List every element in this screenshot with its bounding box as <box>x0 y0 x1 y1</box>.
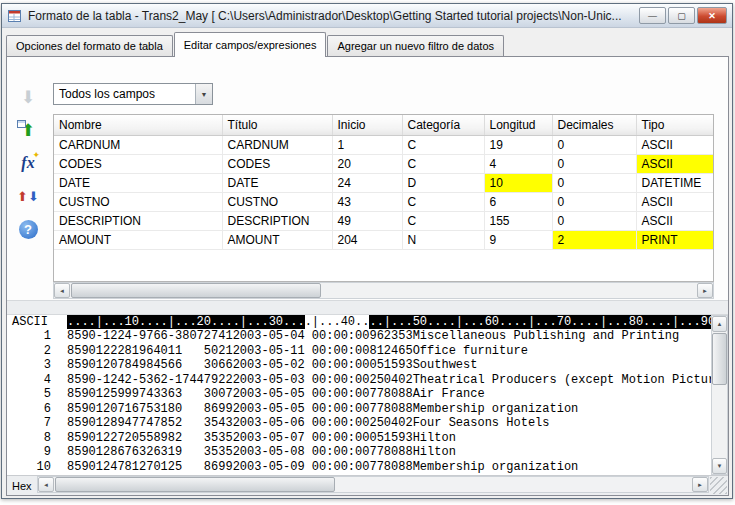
cell-t-tulo[interactable]: CARDNUM <box>222 135 332 154</box>
splitter[interactable] <box>7 300 728 315</box>
cell-tipo[interactable]: ASCII <box>636 154 713 173</box>
reorder-fields-button[interactable]: ⬆⬇ <box>14 182 42 210</box>
cell-longitud[interactable]: 9 <box>484 230 552 249</box>
column-header-nombre[interactable]: Nombre <box>54 115 222 135</box>
cell-categor-a[interactable]: C <box>402 192 484 211</box>
cell-longitud[interactable]: 6 <box>484 192 552 211</box>
v-scroll-thumb[interactable] <box>712 333 727 385</box>
cell-inicio[interactable]: 1 <box>332 135 402 154</box>
ruler[interactable]: ....|...10....|...20....|...30....|...40… <box>67 315 728 329</box>
scroll-right-icon[interactable]: ► <box>692 477 708 492</box>
title-bar[interactable]: Formato de la tabla - Trans2_May [ C:\Us… <box>2 4 732 28</box>
cell-longitud[interactable]: 4 <box>484 154 552 173</box>
line-text[interactable]: 8590128947747852 35432003-05-06 00:00:00… <box>51 416 728 431</box>
scroll-up-icon[interactable]: ▲ <box>712 316 727 332</box>
scroll-left-icon[interactable]: ◄ <box>54 283 70 298</box>
cell-decimales[interactable]: 0 <box>552 192 636 211</box>
cell-nombre[interactable]: DATE <box>54 173 222 192</box>
preview-line[interactable]: 68590120716753180 86992003-05-05 00:00:0… <box>7 402 728 417</box>
cell-tipo[interactable]: DATETIME <box>636 173 713 192</box>
cell-categor-a[interactable]: D <box>402 173 484 192</box>
line-text[interactable]: 8590122720558982 35352003-05-07 00:00:00… <box>51 431 728 446</box>
preview-line[interactable]: 78590128947747852 35432003-05-06 00:00:0… <box>7 416 728 431</box>
cell-t-tulo[interactable]: DESCRIPTION <box>222 211 332 230</box>
preview-line[interactable]: 48590-1242-5362-174479222003-05-03 00:00… <box>7 373 728 388</box>
field-row-date[interactable]: DATEDATE24D100DATETIME <box>54 173 713 192</box>
column-header-t-tulo[interactable]: Título <box>222 115 332 135</box>
cell-longitud[interactable]: 10 <box>484 173 552 192</box>
line-text[interactable]: 8590-1242-5362-174479222003-05-03 00:00:… <box>51 373 728 388</box>
cell-nombre[interactable]: CUSTNO <box>54 192 222 211</box>
scroll-down-icon[interactable]: ▼ <box>712 458 727 474</box>
column-header-decimales[interactable]: Decimales <box>552 115 636 135</box>
close-button[interactable]: ✕ <box>697 7 727 24</box>
cell-tipo[interactable]: ASCII <box>636 135 713 154</box>
column-header-inicio[interactable]: Inicio <box>332 115 402 135</box>
column-header-longitud[interactable]: Longitud <box>484 115 552 135</box>
column-header-tipo[interactable]: Tipo <box>636 115 713 135</box>
field-row-description[interactable]: DESCRIPTIONDESCRIPTION49C1550ASCII <box>54 211 713 230</box>
cell-longitud[interactable]: 19 <box>484 135 552 154</box>
cell-t-tulo[interactable]: CODES <box>222 154 332 173</box>
cell-decimales[interactable]: 2 <box>552 230 636 249</box>
field-row-cardnum[interactable]: CARDNUMCARDNUM1C190ASCII <box>54 135 713 154</box>
cell-decimales[interactable]: 0 <box>552 173 636 192</box>
cell-inicio[interactable]: 20 <box>332 154 402 173</box>
line-text[interactable]: 8590122281964011 50212003-05-11 00:00:00… <box>51 344 728 359</box>
cell-nombre[interactable]: CODES <box>54 154 222 173</box>
tab-opciones-formato-tabla[interactable]: Opciones del formato de tabla <box>6 35 173 56</box>
cell-decimales[interactable]: 0 <box>552 135 636 154</box>
line-text[interactable]: 8590128676326319 35352003-05-08 00:00:00… <box>51 445 728 460</box>
cell-decimales[interactable]: 0 <box>552 154 636 173</box>
cell-nombre[interactable]: AMOUNT <box>54 230 222 249</box>
cell-t-tulo[interactable]: AMOUNT <box>222 230 332 249</box>
preview-line[interactable]: 38590120784984566 30662003-05-02 00:00:0… <box>7 358 728 373</box>
edit-expression-button[interactable]: fx✦ <box>14 149 42 177</box>
cell-t-tulo[interactable]: DATE <box>222 173 332 192</box>
preview-line[interactable]: 88590122720558982 35352003-05-07 00:00:0… <box>7 431 728 446</box>
line-text[interactable]: 8590124781270125 86992003-05-09 00:00:00… <box>51 460 728 475</box>
maximize-button[interactable]: ▢ <box>668 7 695 24</box>
cell-inicio[interactable]: 49 <box>332 211 402 230</box>
grid-horizontal-scrollbar[interactable]: ◄ ► <box>53 282 714 299</box>
line-text[interactable]: 8590125999743363 30072003-05-05 00:00:00… <box>51 387 728 402</box>
cell-inicio[interactable]: 43 <box>332 192 402 211</box>
resize-grip[interactable] <box>710 477 727 494</box>
cell-inicio[interactable]: 24 <box>332 173 402 192</box>
cell-tipo[interactable]: ASCII <box>636 192 713 211</box>
preview-line[interactable]: 108590124781270125 86992003-05-09 00:00:… <box>7 460 728 475</box>
scroll-left-icon[interactable]: ◄ <box>38 477 54 492</box>
tab-editar-campos-expresiones[interactable]: Editar campos/expresiones <box>174 32 327 57</box>
cell-tipo[interactable]: ASCII <box>636 211 713 230</box>
hex-label[interactable]: Hex <box>7 480 38 492</box>
delete-field-button[interactable]: ⬇ <box>14 83 42 111</box>
line-text[interactable]: 8590120716753180 86992003-05-05 00:00:00… <box>51 402 728 417</box>
line-text[interactable]: 8590-1224-9766-380727412003-05-04 00:00:… <box>51 329 728 344</box>
cell-nombre[interactable]: CARDNUM <box>54 135 222 154</box>
preview-line[interactable]: 58590125999743363 30072003-05-05 00:00:0… <box>7 387 728 402</box>
preview-line[interactable]: 98590128676326319 35352003-05-08 00:00:0… <box>7 445 728 460</box>
help-button[interactable]: ? <box>14 215 42 243</box>
cell-categor-a[interactable]: C <box>402 211 484 230</box>
field-row-custno[interactable]: CUSTNOCUSTNO43C60ASCII <box>54 192 713 211</box>
cell-decimales[interactable]: 0 <box>552 211 636 230</box>
cell-t-tulo[interactable]: CUSTNO <box>222 192 332 211</box>
cell-longitud[interactable]: 155 <box>484 211 552 230</box>
scroll-right-icon[interactable]: ► <box>697 283 713 298</box>
cell-categor-a[interactable]: C <box>402 135 484 154</box>
chevron-down-icon[interactable]: ▼ <box>195 84 212 104</box>
field-row-amount[interactable]: AMOUNTAMOUNT204N92PRINT <box>54 230 713 249</box>
field-filter-dropdown[interactable]: Todos los campos ▼ <box>53 83 213 105</box>
cell-tipo[interactable]: PRINT <box>636 230 713 249</box>
field-row-codes[interactable]: CODESCODES20C40ASCII <box>54 154 713 173</box>
h-scroll-thumb[interactable] <box>55 477 335 492</box>
minimize-button[interactable]: — <box>639 7 666 24</box>
preview-line[interactable]: 28590122281964011 50212003-05-11 00:00:0… <box>7 344 728 359</box>
h-scroll-thumb[interactable] <box>71 283 321 298</box>
cell-inicio[interactable]: 204 <box>332 230 402 249</box>
preview-vertical-scrollbar[interactable]: ▲ ▼ <box>711 315 728 475</box>
line-text[interactable]: 8590120784984566 30662003-05-02 00:00:00… <box>51 358 728 373</box>
column-header-categor-a[interactable]: Categoría <box>402 115 484 135</box>
cell-categor-a[interactable]: N <box>402 230 484 249</box>
cell-nombre[interactable]: DESCRIPTION <box>54 211 222 230</box>
